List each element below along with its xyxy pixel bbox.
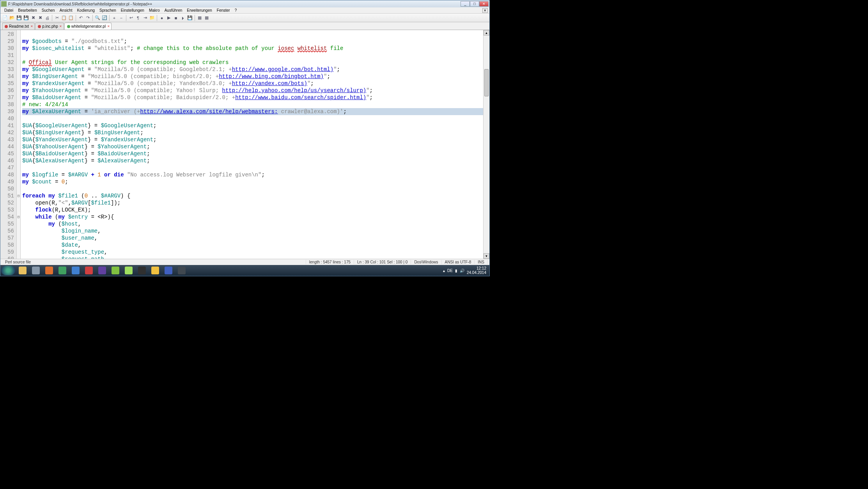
taskbar-app-chrome[interactable] <box>57 266 68 275</box>
code-line[interactable] <box>22 52 483 59</box>
code-line[interactable]: foreach my $file1 (0 .. $#ARGV) { <box>22 192 483 199</box>
taskbar-app-firefox[interactable] <box>43 266 55 275</box>
editor[interactable]: 2829303132333435363738394041424344454647… <box>0 30 489 259</box>
taskbar-app-generic[interactable] <box>30 266 42 275</box>
menu-datei[interactable]: Datei <box>2 8 16 13</box>
clock[interactable]: 12:12 24.04.2014 <box>467 266 486 275</box>
title-bar[interactable]: F:\Rapidshare Downloads\download.5\Refbl… <box>0 0 489 7</box>
fold-toggle-icon[interactable]: ⊟ <box>17 213 20 220</box>
menu-sprachen[interactable]: Sprachen <box>97 8 119 13</box>
code-line[interactable]: my $GoogleUserAgent = "Mozilla/5.0 (comp… <box>22 66 483 73</box>
save-icon[interactable]: 💾 <box>16 15 22 21</box>
code-line[interactable] <box>22 31 483 38</box>
find-icon[interactable]: 🔍 <box>94 15 101 21</box>
taskbar-app-explorer[interactable] <box>17 266 28 275</box>
indent-icon[interactable]: ⇥ <box>142 15 148 21</box>
taskbar-app-notepadpp[interactable] <box>123 266 135 275</box>
taskbar-app-ie[interactable] <box>70 266 81 275</box>
code-line[interactable]: # Offical User Agent strings for the cor… <box>22 59 483 66</box>
code-line[interactable]: $UA{$GoogleUserAgent} = $GoogleUserAgent… <box>22 122 483 129</box>
menu-kodierung[interactable]: Kodierung <box>74 8 97 13</box>
record-icon[interactable]: ● <box>159 15 165 21</box>
redo-icon[interactable]: ↷ <box>85 15 91 21</box>
code-line[interactable]: my ($host, <box>22 220 483 228</box>
system-tray[interactable]: ▴ DE ▮ 🔊 12:12 24.04.2014 <box>441 266 489 275</box>
minimize-button[interactable]: _ <box>461 1 470 7</box>
menu-erweiterungen[interactable]: Erweiterungen <box>184 8 214 13</box>
menu-?[interactable]: ? <box>232 8 239 13</box>
menu-makro[interactable]: Makro <box>147 8 162 13</box>
paste-icon[interactable]: 📋 <box>68 15 74 21</box>
stop-icon[interactable]: ■ <box>173 15 179 21</box>
menu-einstellungen[interactable]: Einstellungen <box>119 8 147 13</box>
code-line[interactable]: my $BingUserAgent = "Mozilla/5.0 (compat… <box>22 73 483 80</box>
cut-icon[interactable]: ✂ <box>54 15 60 21</box>
start-button[interactable] <box>1 266 15 275</box>
scroll-down-arrow-icon[interactable]: ▼ <box>484 253 489 259</box>
taskbar-app-terminal[interactable] <box>136 266 148 275</box>
code-line[interactable]: while (my $entry = <R>){ <box>22 213 483 220</box>
tray-arrow-icon[interactable]: ▴ <box>443 269 445 273</box>
play-icon[interactable]: ▶ <box>166 15 172 21</box>
status-encoding[interactable]: ANSI as UTF-8 <box>442 260 475 264</box>
print-icon[interactable]: 🖨 <box>44 15 50 21</box>
close-window-button[interactable]: ✕ <box>479 1 489 7</box>
new-file-icon[interactable]: 📄 <box>2 15 8 21</box>
vertical-scrollbar[interactable]: ▲ ▼ <box>483 30 489 259</box>
file-tab-readme-txt[interactable]: Readme.txt✕ <box>2 23 35 30</box>
network-icon[interactable]: ▮ <box>455 269 457 273</box>
windows-taskbar[interactable]: ▴ DE ▮ 🔊 12:12 24.04.2014 <box>0 265 489 276</box>
copy-icon[interactable]: 📋 <box>61 15 67 21</box>
zoom-out-icon[interactable]: − <box>118 15 124 21</box>
close-all-icon[interactable]: ✖ <box>37 15 43 21</box>
wordwrap-icon[interactable]: ↩ <box>128 15 134 21</box>
code-line[interactable]: my $YahooUserAgent = "Mozilla/5.0 (compa… <box>22 87 483 94</box>
saverec-icon[interactable]: 💾 <box>187 15 193 21</box>
scroll-thumb[interactable] <box>484 69 489 96</box>
menu-suchen[interactable]: Suchen <box>39 8 57 13</box>
taskbar-app-steam[interactable] <box>176 266 188 275</box>
code-line[interactable]: my $goodbots = "./goodbots.txt"; <box>22 38 483 45</box>
menu-ansicht[interactable]: Ansicht <box>57 8 75 13</box>
taskbar-app-vbox[interactable] <box>163 266 174 275</box>
code-line[interactable]: $date, <box>22 242 483 249</box>
code-line[interactable]: my $AlexaUserAgent = 'ia_archiver (+http… <box>22 108 483 115</box>
taskbar-app-python[interactable] <box>149 266 161 275</box>
allchars-icon[interactable]: ¶ <box>135 15 141 21</box>
code-line[interactable]: $UA{$AlexaUserAgent} = $AlexaUserAgent; <box>22 157 483 164</box>
fold-toggle-icon[interactable]: ⊟ <box>17 192 20 199</box>
status-eol[interactable]: Dos\Windows <box>411 260 441 264</box>
language-indicator[interactable]: DE <box>447 269 453 273</box>
code-line[interactable]: $UA{$YandexUserAgent} = $YandexUserAgent… <box>22 136 483 143</box>
file-tab-p-inc-php[interactable]: p.inc.php✕ <box>35 23 64 30</box>
taskbar-app-security[interactable] <box>110 266 121 275</box>
file-tab-whitelistgenerator-pl[interactable]: whitelistgenerator.pl✕ <box>64 23 112 30</box>
menu-fenster[interactable]: Fenster <box>214 8 232 13</box>
close-icon[interactable]: ✖ <box>30 15 36 21</box>
tab-close-icon[interactable]: ✕ <box>59 24 63 28</box>
code-area[interactable]: my $goodbots = "./goodbots.txt";my $iose… <box>21 30 483 259</box>
code-line[interactable] <box>22 115 483 122</box>
replace-icon[interactable]: 🔄 <box>101 15 108 21</box>
code-line[interactable]: $UA{$BingUserAgent} = $BingUserAgent; <box>22 129 483 136</box>
code-line[interactable]: flock(R,LOCK_EX); <box>22 206 483 213</box>
code-line[interactable]: my $logfile = $#ARGV + 1 or die "No acce… <box>22 171 483 178</box>
tab-close-icon[interactable]: ✕ <box>106 24 110 28</box>
menu-doc-close-button[interactable]: ✕ <box>482 8 488 13</box>
code-line[interactable]: $login_name, <box>22 228 483 235</box>
code-line[interactable]: open(R,"<",$ARGV[$file1]); <box>22 199 483 206</box>
code-line[interactable]: my $BaidoUserAgent = "Mozilla/5.0 (compa… <box>22 94 483 101</box>
volume-icon[interactable]: 🔊 <box>460 269 464 273</box>
plugin2-icon[interactable]: ▦ <box>204 15 210 21</box>
folder-icon[interactable]: 📁 <box>149 15 155 21</box>
plugin1-icon[interactable]: ▦ <box>197 15 203 21</box>
code-line[interactable]: $request_path, <box>22 256 483 259</box>
menu-ausführen[interactable]: Ausführen <box>162 8 185 13</box>
save-all-icon[interactable]: 💾 <box>23 15 29 21</box>
code-line[interactable]: # new: 4/24/14 <box>22 101 483 108</box>
open-file-icon[interactable]: 📂 <box>9 15 15 21</box>
code-line[interactable]: my $YandexUserAgent = "Mozilla/5.0 (comp… <box>22 80 483 87</box>
code-line[interactable] <box>22 185 483 192</box>
zoom-in-icon[interactable]: + <box>111 15 117 21</box>
taskbar-app-eclipse[interactable] <box>96 266 108 275</box>
